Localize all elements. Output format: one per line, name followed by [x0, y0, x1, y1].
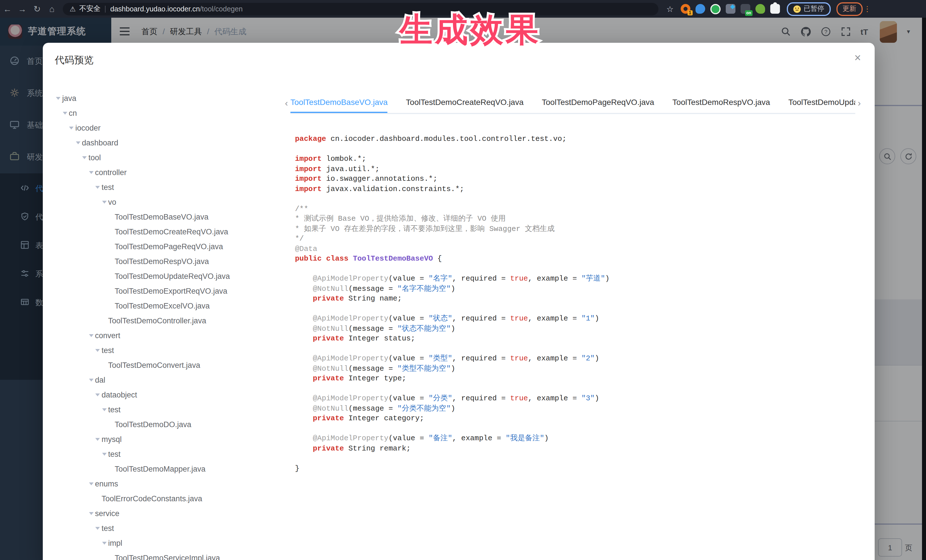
tree-label: ToolTestDemoRespVO.java — [115, 257, 209, 266]
tree-file[interactable]: ToolTestDemoUpdateReqVO.java — [54, 269, 282, 284]
tree-label: vo — [108, 198, 117, 206]
tree-label: dashboard — [82, 138, 118, 147]
extension-on-badge: on — [745, 10, 752, 16]
tree-caret-icon[interactable] — [61, 112, 69, 114]
tree-caret-icon[interactable] — [94, 186, 101, 189]
tree-caret-icon[interactable] — [74, 141, 82, 144]
tree-folder[interactable]: enums — [54, 476, 282, 491]
tree-folder[interactable]: controller — [54, 165, 282, 180]
tree-caret-icon[interactable] — [87, 378, 95, 381]
tree-folder[interactable]: test — [54, 402, 282, 417]
tree-label: mysql — [101, 435, 122, 444]
file-tab[interactable]: ToolTestDemoCreateReqVO.java — [406, 92, 524, 112]
tree-file[interactable]: ToolTestDemoServiceImpl.java — [54, 550, 282, 560]
tree-label: ToolTestDemoDO.java — [115, 420, 191, 429]
browser-menu-icon[interactable]: ⋮ — [864, 5, 871, 13]
tree-caret-icon[interactable] — [80, 156, 88, 159]
code-line: * 测试示例 Base VO，提供给添加、修改、详细的子 VO 使用 — [295, 214, 865, 224]
extension-icon-3[interactable] — [710, 4, 720, 14]
tree-folder[interactable]: java — [54, 91, 282, 106]
tree-caret-icon[interactable] — [87, 512, 95, 515]
tree-caret-icon[interactable] — [67, 126, 75, 129]
code-line: @NotNull(message = "状态不能为空") — [295, 324, 865, 334]
update-button[interactable]: 更新 — [836, 2, 862, 16]
paused-button[interactable]: 已暂停 — [787, 2, 831, 16]
tree-folder[interactable]: dashboard — [54, 135, 282, 150]
tree-folder[interactable]: test — [54, 447, 282, 461]
tree-folder[interactable]: test — [54, 521, 282, 536]
extension-puzzle-icon[interactable] — [770, 4, 780, 14]
extension-icon-5[interactable]: on — [740, 4, 750, 14]
tree-file[interactable]: ToolTestDemoBaseVO.java — [54, 209, 282, 224]
tree-folder[interactable]: service — [54, 506, 282, 521]
tree-file[interactable]: ToolTestDemoRespVO.java — [54, 254, 282, 269]
tree-file[interactable]: ToolTestDemoExcelVO.java — [54, 298, 282, 313]
home-icon[interactable]: ⌂ — [44, 4, 59, 14]
annotation-overlay-text: 生成效果 生成效果 — [399, 8, 582, 59]
tree-folder[interactable]: cn — [54, 106, 282, 120]
tree-caret-icon[interactable] — [87, 334, 95, 337]
tree-folder[interactable]: test — [54, 343, 282, 358]
extension-icon-4[interactable] — [725, 4, 735, 14]
tree-caret-icon[interactable] — [94, 527, 101, 530]
code-line: * 如果子 VO 存在差异的字段，请不要添加到这里，影响 Swagger 文档生… — [295, 224, 865, 234]
file-tab[interactable]: ToolTestDemoUpdateReqVO.java — [788, 92, 855, 112]
tree-caret-icon[interactable] — [94, 438, 101, 441]
tree-file[interactable]: ToolTestDemoConvert.java — [54, 358, 282, 372]
tree-label: dal — [95, 376, 105, 384]
emoji-face-icon — [793, 5, 801, 13]
tree-file[interactable]: ToolTestDemoController.java — [54, 313, 282, 328]
tree-caret-icon[interactable] — [87, 482, 95, 485]
tree-caret-icon[interactable] — [100, 201, 108, 203]
tabs-prev-icon[interactable]: ‹ — [282, 98, 291, 108]
tree-folder[interactable]: mysql — [54, 432, 282, 447]
tabs-next-icon[interactable]: › — [855, 98, 863, 108]
tree-label: ToolTestDemoPageReqVO.java — [115, 242, 223, 251]
tree-folder[interactable]: convert — [54, 328, 282, 343]
tree-folder[interactable]: dataobject — [54, 387, 282, 402]
code-line: @ApiModelProperty(value = "名字", required… — [295, 274, 865, 284]
warning-icon: ⚠ — [70, 5, 76, 13]
tree-caret-icon[interactable] — [54, 97, 62, 100]
forward-icon[interactable]: → — [15, 4, 30, 14]
code-line: import io.swagger.annotations.*; — [295, 174, 865, 184]
tree-caret-icon[interactable] — [94, 349, 101, 352]
tree-file[interactable]: ToolTestDemoDO.java — [54, 417, 282, 432]
file-tab[interactable]: ToolTestDemoRespVO.java — [672, 92, 770, 112]
close-icon[interactable]: × — [854, 52, 861, 63]
reload-icon[interactable]: ↻ — [30, 4, 44, 14]
screen: ← → ↻ ⌂ ⚠ 不安全 dashboard.yudao.iocoder.cn… — [0, 0, 926, 560]
tree-file[interactable]: ToolErrorCodeConstants.java — [54, 491, 282, 506]
tree-caret-icon[interactable] — [100, 408, 108, 411]
extension-row: 1 on — [680, 4, 780, 14]
tree-folder[interactable]: iocoder — [54, 120, 282, 135]
tree-folder[interactable]: impl — [54, 536, 282, 550]
tree-folder[interactable]: vo — [54, 195, 282, 209]
tree-label: test — [108, 450, 121, 458]
tree-label: test — [108, 405, 121, 414]
tree-folder[interactable]: dal — [54, 372, 282, 387]
code-line: import java.util.*; — [295, 164, 865, 174]
file-tab[interactable]: ToolTestDemoBaseVO.java — [291, 92, 388, 112]
extension-icon-1[interactable]: 1 — [680, 4, 690, 14]
tree-label: java — [62, 94, 76, 103]
extension-icon-2[interactable] — [695, 4, 705, 14]
file-tab[interactable]: ToolTestDemoPageReqVO.java — [542, 92, 654, 112]
tree-folder[interactable]: tool — [54, 150, 282, 165]
code-line: @ApiModelProperty(value = "备注", example … — [295, 433, 865, 444]
tree-caret-icon[interactable] — [100, 453, 108, 455]
back-icon[interactable]: ← — [0, 4, 15, 14]
bookmark-star-icon[interactable]: ☆ — [666, 4, 673, 14]
tree-label: test — [101, 346, 114, 355]
tree-caret-icon[interactable] — [100, 542, 108, 544]
tree-file[interactable]: ToolTestDemoPageReqVO.java — [54, 239, 282, 254]
tree-caret-icon[interactable] — [87, 171, 95, 174]
tree-file[interactable]: ToolTestDemoMapper.java — [54, 461, 282, 476]
security-label: 不安全 — [79, 4, 101, 14]
tree-file[interactable]: ToolTestDemoExportReqVO.java — [54, 284, 282, 298]
tree-folder[interactable]: test — [54, 180, 282, 195]
tree-file[interactable]: ToolTestDemoCreateReqVO.java — [54, 224, 282, 239]
tree-label: ToolTestDemoServiceImpl.java — [115, 554, 220, 560]
tree-caret-icon[interactable] — [94, 393, 101, 396]
extension-icon-6[interactable] — [755, 4, 765, 14]
